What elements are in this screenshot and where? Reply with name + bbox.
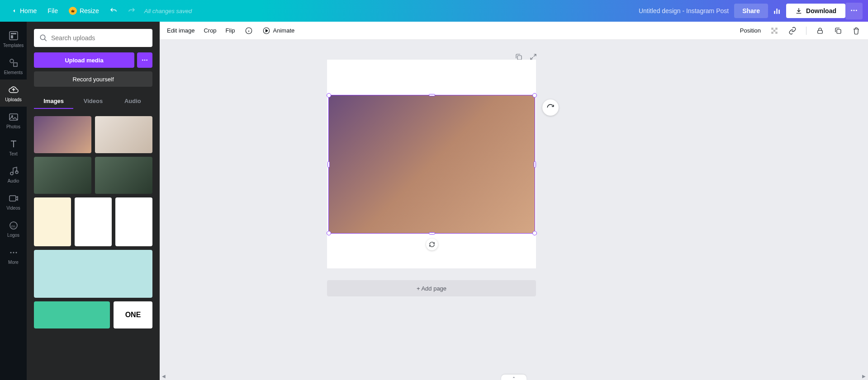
rotate-handle[interactable] [426,239,438,250]
logos-icon: co. [8,220,19,231]
upload-thumb[interactable] [95,157,152,194]
media-tabs: Images Videos Audio [34,94,152,109]
resize-handle-tl[interactable] [327,93,331,98]
scroll-right[interactable]: ▶ [861,373,867,379]
lock-icon [816,27,824,35]
divider [806,27,806,35]
rail-videos[interactable]: Videos [0,188,27,215]
svg-rect-1 [776,9,778,14]
uploads-panel: Upload media Record yourself Images Vide… [27,22,160,380]
canvas-area[interactable]: + Add page ◀ ▶ [160,40,868,380]
search-uploads[interactable] [34,29,152,47]
resize-button[interactable]: Resize [63,3,104,19]
refresh-button[interactable] [542,99,559,116]
upload-media-button[interactable]: Upload media [34,52,134,68]
share-button[interactable]: Share [734,4,768,18]
upload-thumb[interactable] [34,157,91,194]
tab-videos[interactable]: Videos [73,94,113,109]
back-button[interactable]: Home [5,4,42,18]
link-button[interactable] [788,26,797,35]
svg-rect-8 [11,35,13,38]
rail-label: Logos [7,233,19,238]
elements-icon [8,57,19,68]
upload-thumb[interactable] [75,197,112,246]
chevron-left-icon [11,8,17,14]
more-menu-button[interactable] [845,3,863,19]
svg-rect-33 [837,29,841,33]
photos-icon [8,112,19,122]
upload-thumb[interactable] [34,301,110,328]
rail-text[interactable]: Text [0,134,27,161]
resize-label: Resize [80,7,99,14]
resize-handle-tr[interactable] [532,93,537,98]
svg-rect-7 [11,33,16,34]
record-yourself-button[interactable]: Record yourself [34,71,152,87]
selected-image[interactable] [328,95,535,234]
transparency-button[interactable] [770,26,779,35]
file-menu[interactable]: File [42,4,63,18]
position-button[interactable]: Position [740,27,761,34]
tab-images[interactable]: Images [34,94,73,109]
upload-thumb[interactable] [115,197,152,246]
svg-point-18 [10,252,11,253]
rail-label: Photos [6,124,20,129]
videos-icon [8,193,19,204]
resize-handle-br[interactable] [532,231,537,235]
animate-button[interactable]: Animate [262,26,295,35]
upload-thumb[interactable] [34,116,91,153]
undo-button[interactable] [104,4,123,18]
rail-templates[interactable]: Templates [0,25,27,52]
redo-icon [128,7,136,15]
more-icon [8,247,19,258]
tab-audio[interactable]: Audio [113,94,152,109]
flip-button[interactable]: Flip [226,27,235,34]
redo-button[interactable] [123,4,141,18]
rail-elements[interactable]: Elements [0,52,27,80]
svg-rect-31 [775,32,778,34]
duplicate-button[interactable] [834,26,843,35]
delete-button[interactable] [852,26,861,35]
upload-thumb[interactable] [34,250,152,298]
svg-text:co.: co. [11,224,16,228]
info-button[interactable] [244,26,253,35]
svg-point-24 [146,60,147,61]
upload-more-button[interactable] [137,52,152,68]
download-button[interactable]: Download [786,4,845,18]
download-icon [795,7,802,14]
insights-button[interactable] [768,4,786,18]
upload-thumb[interactable]: ONE [114,301,152,328]
animate-label: Animate [273,27,295,34]
upload-thumb[interactable] [34,197,71,246]
upload-row: Upload media [34,52,152,68]
page-tray-toggle[interactable] [501,375,526,380]
crown-badge [69,7,77,15]
rail-label: Templates [3,43,24,48]
crop-button[interactable]: Crop [204,27,216,34]
trash-icon [852,27,860,35]
lock-button[interactable] [816,26,825,35]
edit-image-button[interactable]: Edit image [167,27,194,34]
svg-point-21 [40,35,45,40]
rail-photos[interactable]: Photos [0,107,27,134]
design-title[interactable]: Untitled design - Instagram Post [639,7,729,14]
svg-point-4 [854,9,855,11]
rail-logos[interactable]: co. Logos [0,215,27,242]
left-rail: Templates Elements Uploads Photos Text A… [0,22,27,380]
resize-handle-t[interactable] [429,94,435,96]
rail-label: Text [9,151,17,156]
resize-handle-bl[interactable] [327,231,331,235]
rail-more[interactable]: More [0,242,27,269]
rotate-icon [429,241,435,248]
resize-handle-l[interactable] [327,161,330,168]
search-icon [39,34,47,42]
transparency-icon [770,27,778,35]
svg-rect-28 [773,29,776,32]
scroll-left[interactable]: ◀ [161,373,167,379]
rail-uploads[interactable]: Uploads [0,80,27,107]
upload-thumb[interactable] [95,116,152,153]
add-page-button[interactable]: + Add page [327,280,536,296]
rail-audio[interactable]: Audio [0,161,27,188]
search-input[interactable] [51,34,147,42]
resize-handle-r[interactable] [534,161,536,168]
resize-handle-b[interactable] [429,232,435,235]
